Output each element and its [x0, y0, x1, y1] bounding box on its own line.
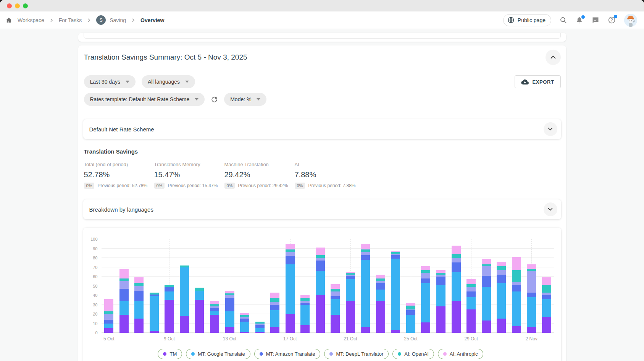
bar-segment[interactable]	[452, 246, 461, 254]
stacked-bar[interactable]	[240, 313, 249, 333]
bar-segment[interactable]	[512, 257, 521, 270]
bar-segment[interactable]	[376, 301, 385, 333]
bar-segment[interactable]	[286, 264, 295, 314]
user-avatar[interactable]	[624, 14, 637, 27]
mode-filter[interactable]: Mode: %	[224, 93, 266, 106]
bar-segment[interactable]	[255, 332, 265, 333]
bar-segment[interactable]	[316, 248, 325, 255]
bar-segment[interactable]	[331, 291, 340, 296]
bar-segment[interactable]	[270, 298, 279, 302]
bar-segment[interactable]	[421, 273, 430, 278]
legend-item[interactable]: AI: Anthropic	[438, 349, 483, 359]
refresh-icon[interactable]	[211, 96, 218, 103]
bar-segment[interactable]	[497, 319, 506, 333]
stacked-bar[interactable]	[270, 293, 279, 333]
bar-segment[interactable]	[497, 270, 506, 275]
breadcrumb-saving[interactable]: S Saving	[96, 15, 126, 25]
bar-segment[interactable]	[542, 293, 551, 295]
stacked-bar[interactable]	[331, 284, 340, 333]
legend-item[interactable]: MT: Google Translate	[186, 349, 250, 359]
stacked-bar[interactable]	[391, 251, 400, 333]
bar-segment[interactable]	[436, 277, 445, 285]
bar-segment[interactable]	[497, 266, 506, 270]
bar-segment[interactable]	[225, 311, 234, 327]
bar-segment[interactable]	[331, 296, 340, 299]
bar-segment[interactable]	[542, 317, 551, 333]
bar-segment[interactable]	[391, 259, 400, 330]
bar-segment[interactable]	[240, 332, 249, 333]
bar-segment[interactable]	[134, 319, 144, 333]
bar-segment[interactable]	[240, 322, 249, 332]
bar-segment[interactable]	[361, 249, 370, 252]
bar-segment[interactable]	[210, 315, 219, 333]
stacked-bar[interactable]	[119, 269, 129, 333]
bar-segment[interactable]	[527, 293, 536, 297]
search-icon[interactable]	[560, 16, 567, 24]
bar-segment[interactable]	[421, 270, 430, 273]
bar-segment[interactable]	[150, 331, 159, 333]
bar-segment[interactable]	[255, 325, 265, 328]
bar-segment[interactable]	[270, 305, 279, 311]
bar-segment[interactable]	[104, 324, 113, 328]
bar-segment[interactable]	[316, 261, 325, 271]
public-page-button[interactable]: Public page	[503, 14, 551, 26]
stacked-bar[interactable]	[195, 288, 204, 333]
home-icon[interactable]	[5, 17, 12, 24]
legend-item[interactable]: TM	[158, 349, 182, 359]
bar-segment[interactable]	[150, 296, 159, 331]
breakdown-section[interactable]: Breakdown by languages	[83, 199, 561, 219]
bar-segment[interactable]	[195, 291, 204, 300]
bar-segment[interactable]	[527, 271, 536, 292]
stacked-bar[interactable]	[300, 295, 310, 333]
bar-segment[interactable]	[361, 260, 370, 327]
breadcrumb-for-tasks[interactable]: For Tasks	[59, 17, 82, 23]
bar-segment[interactable]	[134, 301, 144, 319]
bar-segment[interactable]	[406, 303, 415, 306]
bar-segment[interactable]	[225, 298, 234, 311]
bar-segment[interactable]	[527, 327, 536, 333]
bar-segment[interactable]	[270, 310, 279, 327]
stacked-bar[interactable]	[346, 272, 355, 333]
breadcrumb-workspace[interactable]: Workspace	[18, 17, 44, 23]
bar-segment[interactable]	[300, 295, 310, 298]
bar-segment[interactable]	[104, 320, 113, 324]
bar-segment[interactable]	[316, 271, 325, 295]
bar-segment[interactable]	[421, 283, 430, 322]
stacked-bar[interactable]	[134, 277, 144, 333]
bar-segment[interactable]	[316, 255, 325, 258]
bar-segment[interactable]	[361, 252, 370, 255]
bar-segment[interactable]	[512, 291, 521, 326]
bar-segment[interactable]	[316, 295, 325, 333]
bar-segment[interactable]	[361, 327, 370, 333]
window-close-button[interactable]	[7, 3, 12, 8]
bar-segment[interactable]	[542, 277, 551, 285]
help-icon[interactable]: ?	[608, 16, 616, 24]
bar-segment[interactable]	[270, 302, 279, 304]
bar-segment[interactable]	[180, 316, 189, 333]
bar-segment[interactable]	[331, 289, 340, 291]
bar-segment[interactable]	[346, 301, 355, 333]
bar-segment[interactable]	[376, 283, 385, 290]
bar-segment[interactable]	[331, 299, 340, 315]
bar-segment[interactable]	[195, 300, 204, 333]
breadcrumb-overview[interactable]: Overview	[140, 17, 164, 23]
stacked-bar[interactable]	[255, 322, 265, 333]
bar-segment[interactable]	[119, 289, 129, 301]
stacked-bar[interactable]	[512, 257, 521, 333]
bar-segment[interactable]	[512, 282, 521, 285]
bar-segment[interactable]	[286, 244, 295, 249]
bar-segment[interactable]	[482, 266, 491, 276]
bar-segment[interactable]	[119, 301, 129, 315]
stacked-bar[interactable]	[452, 246, 461, 333]
bar-segment[interactable]	[286, 256, 295, 264]
bar-segment[interactable]	[119, 269, 129, 278]
bar-segment[interactable]	[134, 277, 144, 283]
bar-segment[interactable]	[421, 322, 430, 333]
bar-segment[interactable]	[210, 308, 219, 311]
bar-segment[interactable]	[466, 284, 476, 287]
bar-segment[interactable]	[482, 287, 491, 321]
bar-segment[interactable]	[134, 291, 144, 301]
bar-segment[interactable]	[225, 295, 234, 298]
window-zoom-button[interactable]	[23, 3, 28, 8]
stacked-bar[interactable]	[421, 266, 430, 333]
